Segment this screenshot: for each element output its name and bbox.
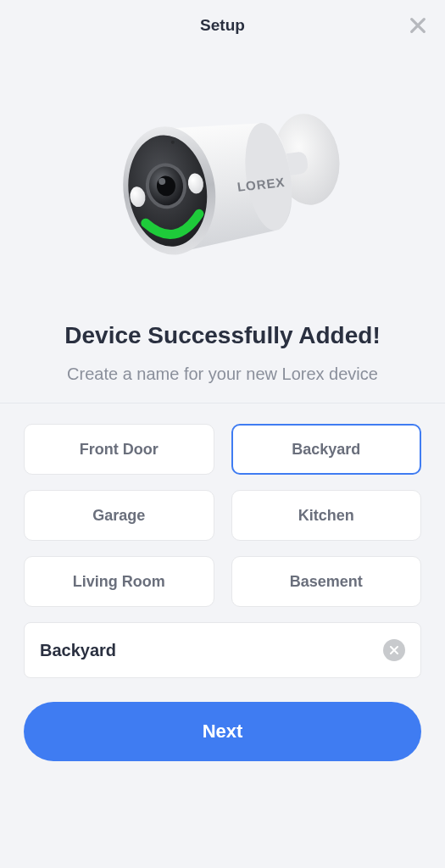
camera-illustration: LOREX <box>87 85 359 280</box>
close-icon <box>409 16 427 35</box>
clear-name-button[interactable] <box>383 639 405 661</box>
suggestion-label: Garage <box>92 507 145 525</box>
suggestion-grid: Front DoorBackyardGarageKitchenLiving Ro… <box>24 424 421 607</box>
suggestion-label: Kitchen <box>298 507 354 525</box>
suggestion-chip[interactable]: Basement <box>231 556 422 607</box>
success-title: Device Successfully Added! <box>17 322 428 349</box>
suggestion-chip[interactable]: Backyard <box>231 424 422 475</box>
suggestion-chip[interactable]: Living Room <box>24 556 214 607</box>
clear-icon <box>389 645 399 655</box>
suggestion-chip[interactable]: Garage <box>24 490 214 541</box>
suggestion-label: Living Room <box>73 573 165 591</box>
suggestion-chip[interactable]: Front Door <box>24 424 214 475</box>
messages: Device Successfully Added! Create a name… <box>0 322 445 384</box>
name-field[interactable] <box>24 622 421 678</box>
setup-screen: Setup <box>0 0 445 868</box>
page-title: Setup <box>200 16 245 35</box>
suggestion-label: Basement <box>290 573 363 591</box>
suggestion-label: Backyard <box>292 441 360 459</box>
device-name-input[interactable] <box>40 641 383 660</box>
header-bar: Setup <box>0 0 445 51</box>
suggestion-chip[interactable]: Kitchen <box>231 490 422 541</box>
close-button[interactable] <box>404 12 431 39</box>
success-subtitle: Create a name for your new Lorex device <box>17 364 428 384</box>
naming-panel: Front DoorBackyardGarageKitchenLiving Ro… <box>0 403 445 770</box>
device-image-area: LOREX <box>0 51 445 322</box>
next-button[interactable]: Next <box>24 702 421 761</box>
suggestion-label: Front Door <box>80 441 159 459</box>
